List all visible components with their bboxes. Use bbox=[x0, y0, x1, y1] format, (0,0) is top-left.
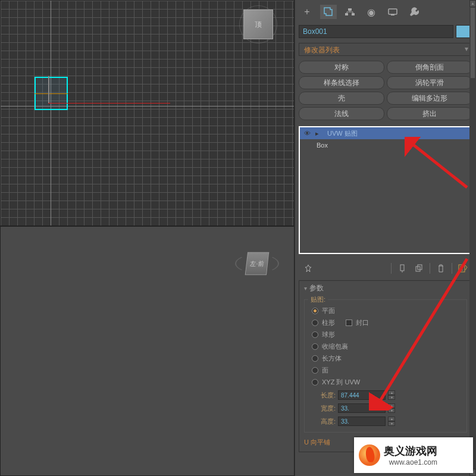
scroll-up-icon[interactable]: ▲ bbox=[469, 0, 476, 7]
pin-stack-icon[interactable] bbox=[302, 262, 314, 274]
show-end-result-icon[interactable] bbox=[396, 262, 408, 274]
preset-normal[interactable]: 法线 bbox=[299, 107, 384, 120]
svg-rect-0 bbox=[348, 8, 352, 11]
param-height: 高度: 33. ▴▾ bbox=[312, 415, 462, 427]
param-length: 长度: 87.444 ▴▾ bbox=[312, 389, 462, 401]
svg-rect-1 bbox=[345, 13, 348, 15]
mapping-fieldset: 贴图: 平面 柱形封口 球形 收缩包裹 长方体 面 XYZ 到 UVW 长度: … bbox=[304, 299, 467, 433]
modifier-list-dropdown[interactable]: 修改器列表 bbox=[299, 43, 472, 56]
configure-sets-icon[interactable] bbox=[457, 262, 469, 274]
preset-extrude[interactable]: 挤出 bbox=[387, 107, 472, 120]
preset-spline-select[interactable]: 样条线选择 bbox=[299, 76, 384, 89]
length-spinner-buttons[interactable]: ▴▾ bbox=[388, 390, 395, 400]
radio-xyz-uvw[interactable]: XYZ 到 UVW bbox=[312, 376, 462, 388]
watermark-url: www.aoe1.com bbox=[389, 458, 437, 466]
axis-vertical bbox=[51, 1, 51, 226]
svg-rect-5 bbox=[400, 265, 404, 271]
scroll-track[interactable] bbox=[469, 7, 476, 469]
viewcube-top[interactable]: 顶 bbox=[243, 10, 273, 39]
viewcube-persp[interactable]: 左·前 bbox=[241, 248, 273, 280]
cap-checkbox[interactable] bbox=[346, 320, 352, 326]
preset-turbosmooth[interactable]: 涡轮平滑 bbox=[387, 76, 472, 89]
parameters-rollout: 参数 贴图: 平面 柱形封口 球形 收缩包裹 长方体 面 XYZ 到 UVW 长… bbox=[299, 280, 472, 452]
tab-display-icon[interactable] bbox=[384, 5, 401, 19]
panel-tabs: + ◉ bbox=[298, 2, 474, 24]
rollout-header[interactable]: 参数 bbox=[299, 281, 472, 296]
preset-shell[interactable]: 壳 bbox=[299, 92, 384, 105]
preset-edit-poly[interactable]: 编辑多边形 bbox=[387, 92, 472, 105]
object-name-input[interactable] bbox=[299, 25, 453, 38]
height-spinner-buttons[interactable]: ▴▾ bbox=[388, 416, 395, 426]
preset-bevel-profile[interactable]: 倒角剖面 bbox=[387, 61, 472, 74]
tab-create-icon[interactable]: + bbox=[299, 5, 315, 19]
svg-rect-3 bbox=[389, 9, 397, 14]
tab-modify-icon[interactable] bbox=[320, 5, 337, 19]
expand-arrow-icon[interactable]: ▸ bbox=[315, 130, 321, 137]
fieldset-label: 贴图: bbox=[308, 295, 328, 304]
modifier-presets: 对称 倒角剖面 样条线选择 涡轮平滑 壳 编辑多边形 法线 挤出 bbox=[298, 60, 474, 121]
svg-rect-4 bbox=[391, 14, 394, 15]
stack-item-box[interactable]: Box bbox=[300, 139, 471, 151]
tab-motion-icon[interactable]: ◉ bbox=[363, 5, 380, 19]
selected-box-top[interactable] bbox=[35, 77, 68, 110]
radio-planar[interactable]: 平面 bbox=[312, 305, 462, 317]
stack-item-label: UVW 贴图 bbox=[325, 129, 358, 138]
watermark-logo-icon bbox=[359, 444, 380, 466]
radio-spherical[interactable]: 球形 bbox=[312, 328, 462, 340]
watermark: 奥义游戏网 www.aoe1.com bbox=[354, 437, 473, 473]
height-spinner[interactable]: 33. bbox=[338, 416, 386, 426]
command-panel: + ◉ 修改器列表 对称 倒角剖面 样条线选择 涡轮平滑 壳 bbox=[295, 0, 476, 476]
scroll-thumb[interactable] bbox=[470, 7, 475, 79]
stack-item-label: Box bbox=[302, 142, 328, 149]
param-width: 宽度: 33. ▴▾ bbox=[312, 402, 462, 414]
viewports: 顶 xz 左·前 bbox=[0, 0, 295, 476]
radio-cylindrical[interactable]: 柱形封口 bbox=[312, 317, 462, 328]
preset-symmetry[interactable]: 对称 bbox=[299, 61, 384, 74]
viewport-perspective[interactable]: xz 左·前 bbox=[0, 226, 295, 476]
modifier-stack[interactable]: 👁 ▸ UVW 贴图 Box bbox=[299, 126, 472, 254]
remove-modifier-icon[interactable] bbox=[435, 262, 447, 274]
viewport-top-ortho[interactable]: 顶 bbox=[0, 0, 295, 226]
object-name-row bbox=[298, 24, 474, 39]
tab-utilities-icon[interactable] bbox=[406, 5, 422, 19]
radio-shrinkwrap[interactable]: 收缩包裹 bbox=[312, 340, 462, 352]
svg-rect-2 bbox=[352, 13, 355, 15]
stack-item-uvw-map[interactable]: 👁 ▸ UVW 贴图 bbox=[300, 127, 471, 139]
tab-hierarchy-icon[interactable] bbox=[342, 5, 358, 19]
panel-scrollbar[interactable]: ▲ ▼ bbox=[469, 0, 476, 476]
make-unique-icon[interactable] bbox=[413, 262, 425, 274]
watermark-title: 奥义游戏网 bbox=[384, 444, 437, 458]
width-spinner-buttons[interactable]: ▴▾ bbox=[388, 403, 395, 413]
width-spinner[interactable]: 33. bbox=[338, 403, 386, 413]
length-spinner[interactable]: 87.444 bbox=[338, 390, 386, 400]
stack-toolbar bbox=[298, 259, 474, 278]
radio-face[interactable]: 面 bbox=[312, 364, 462, 376]
radio-box[interactable]: 长方体 bbox=[312, 352, 462, 364]
visibility-toggle-icon[interactable]: 👁 bbox=[302, 130, 312, 137]
